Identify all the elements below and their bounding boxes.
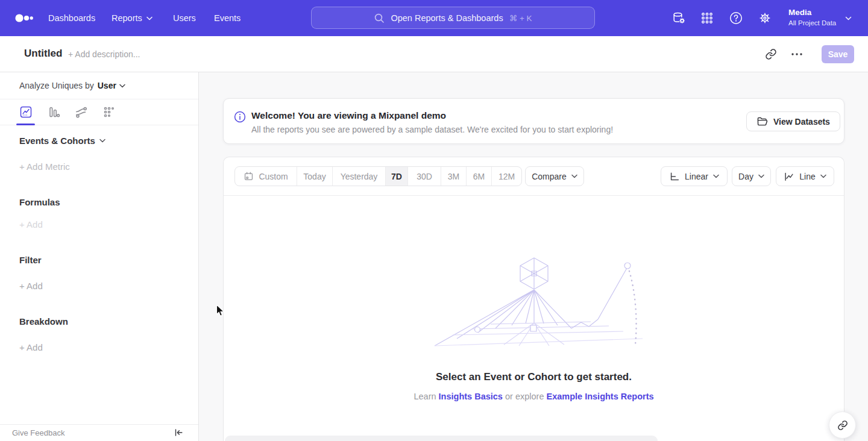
- tab-flows-icon[interactable]: [75, 105, 88, 119]
- insights-basics-link[interactable]: Insights Basics: [439, 392, 503, 401]
- line-chart-icon: [784, 171, 794, 182]
- report-description-placeholder[interactable]: + Add description...: [68, 49, 140, 59]
- range-yesterday[interactable]: Yesterday: [333, 167, 386, 186]
- project-switcher[interactable]: Media All Project Data: [788, 7, 836, 28]
- more-options-button[interactable]: [789, 46, 805, 62]
- link-icon: [837, 420, 848, 431]
- view-datasets-label: View Datasets: [773, 117, 830, 127]
- analyze-uniques-row: Analyze Uniques by User: [0, 72, 198, 99]
- analyze-value-dropdown[interactable]: User: [98, 81, 125, 90]
- nav-users-label: Users: [173, 13, 196, 23]
- add-breakdown-button[interactable]: + Add: [19, 342, 43, 352]
- add-metric-button[interactable]: + Add Metric: [19, 161, 70, 172]
- compare-label: Compare: [532, 172, 567, 181]
- results-table-edge: [225, 436, 658, 441]
- banner-subtitle: All the reports you see are powered by a…: [251, 125, 613, 134]
- filter-section-title: Filter: [19, 255, 42, 265]
- search-shortcut: ⌘ + K: [509, 13, 532, 23]
- calendar-icon: [244, 171, 254, 181]
- search-icon: [374, 13, 385, 23]
- formulas-section-title: Formulas: [19, 197, 60, 207]
- selected-tab-indicator: [16, 124, 35, 125]
- mixpanel-logo-icon[interactable]: [14, 13, 34, 23]
- range-30d-label: 30D: [417, 172, 432, 181]
- range-6m-label: 6M: [473, 172, 485, 181]
- date-range-selector: Custom Today Yesterday 7D 30D 3M 6M 12M: [234, 166, 522, 186]
- range-7d[interactable]: 7D: [386, 167, 408, 186]
- range-yesterday-label: Yesterday: [341, 172, 378, 181]
- analyze-prefix: Analyze Uniques by: [19, 81, 94, 90]
- scale-dropdown[interactable]: Linear: [661, 166, 728, 186]
- range-6m[interactable]: 6M: [467, 167, 492, 186]
- chevron-down-icon: [845, 16, 852, 20]
- sidebar-footer: Give Feedback: [0, 424, 198, 441]
- view-datasets-button[interactable]: View Datasets: [746, 111, 840, 131]
- filter-label: Filter: [19, 255, 42, 265]
- linear-scale-icon: [669, 171, 680, 182]
- chevron-down-icon: [119, 84, 125, 88]
- info-icon: [234, 111, 246, 123]
- give-feedback-link[interactable]: Give Feedback: [12, 428, 64, 437]
- help-icon[interactable]: [729, 11, 743, 25]
- data-management-icon[interactable]: [671, 11, 686, 25]
- example-reports-link[interactable]: Example Insights Reports: [546, 392, 653, 401]
- ellipsis-icon: [791, 52, 803, 56]
- save-button[interactable]: Save: [822, 45, 854, 63]
- query-builder-sidebar: Analyze Uniques by User: [0, 72, 199, 441]
- explore-middle: or explore: [505, 392, 544, 401]
- tab-retention-icon[interactable]: [102, 105, 116, 119]
- chevron-down-icon: [571, 174, 577, 178]
- banner-title: Welcome! You are viewing a Mixpanel demo: [251, 110, 446, 121]
- copy-link-button[interactable]: [763, 46, 779, 62]
- compare-dropdown[interactable]: Compare: [525, 166, 584, 186]
- nav-reports-label: Reports: [112, 13, 142, 23]
- settings-gear-icon[interactable]: [758, 11, 772, 25]
- breakdown-section-title: Breakdown: [19, 316, 68, 327]
- project-scope: All Project Data: [788, 18, 836, 28]
- nav-dashboards[interactable]: Dashboards: [48, 0, 95, 36]
- top-nav: Dashboards Reports Users Events Open Rep…: [0, 0, 868, 36]
- report-header: Untitled + Add description... Save: [0, 36, 868, 72]
- chevron-down-icon: [146, 16, 153, 20]
- add-filter-button[interactable]: + Add: [19, 281, 43, 291]
- share-link-fab[interactable]: [829, 411, 856, 439]
- chart-type-label: Line: [799, 172, 815, 181]
- breakdown-label: Breakdown: [19, 316, 68, 327]
- insights-report-card: Custom Today Yesterday 7D 30D 3M 6M 12M …: [223, 157, 844, 441]
- chevron-down-icon: [758, 174, 764, 178]
- empty-state-title: Select an Event or Cohort to get started…: [224, 371, 844, 383]
- granularity-label: Day: [738, 172, 753, 181]
- tab-insights-icon[interactable]: [19, 105, 33, 119]
- events-cohorts-section-title[interactable]: Events & Cohorts: [19, 136, 105, 146]
- scale-label: Linear: [685, 172, 708, 181]
- range-30d[interactable]: 30D: [408, 167, 441, 186]
- report-title[interactable]: Untitled: [24, 48, 62, 60]
- range-12m[interactable]: 12M: [492, 167, 521, 186]
- project-name: Media: [788, 7, 836, 18]
- range-7d-label: 7D: [391, 172, 402, 181]
- granularity-dropdown[interactable]: Day: [732, 166, 771, 186]
- nav-users[interactable]: Users: [173, 0, 196, 36]
- chevron-down-icon: [99, 139, 105, 143]
- collapse-sidebar-icon[interactable]: [173, 427, 184, 438]
- empty-state-illustration: [420, 255, 649, 347]
- range-3m-label: 3M: [448, 172, 459, 181]
- tab-bar-icon[interactable]: [47, 105, 60, 119]
- global-search[interactable]: Open Reports & Dashboards ⌘ + K: [311, 7, 595, 29]
- learn-prefix: Learn: [414, 392, 436, 401]
- range-3m[interactable]: 3M: [441, 167, 467, 186]
- controls-divider: [224, 195, 844, 196]
- nav-dashboards-label: Dashboards: [48, 13, 95, 23]
- nav-events[interactable]: Events: [214, 0, 241, 36]
- range-today[interactable]: Today: [297, 167, 333, 186]
- apps-grid-icon[interactable]: [700, 11, 714, 25]
- chart-type-dropdown[interactable]: Line: [776, 166, 834, 186]
- main-content: Welcome! You are viewing a Mixpanel demo…: [199, 72, 868, 441]
- empty-state-links: Learn Insights Basics or explore Example…: [224, 392, 844, 401]
- nav-reports[interactable]: Reports: [112, 0, 153, 36]
- add-formula-button[interactable]: + Add: [19, 219, 43, 230]
- range-custom[interactable]: Custom: [235, 167, 297, 186]
- events-cohorts-label: Events & Cohorts: [19, 136, 95, 146]
- nav-events-label: Events: [214, 13, 241, 23]
- link-icon: [765, 48, 777, 60]
